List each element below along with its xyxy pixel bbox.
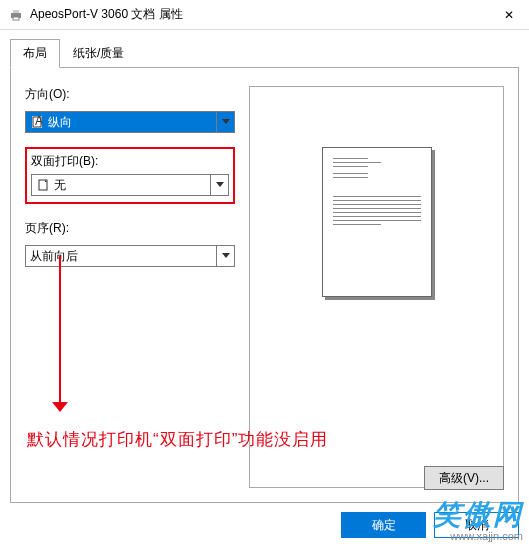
- duplex-value: 无: [54, 177, 66, 194]
- window-title: ApeosPort-V 3060 文档 属性: [30, 6, 489, 23]
- chevron-down-icon: [216, 112, 234, 132]
- close-button[interactable]: ✕: [489, 0, 529, 30]
- duplex-highlight-box: 双面打印(B): 无: [25, 147, 235, 204]
- order-label: 页序(R):: [25, 220, 235, 237]
- duplex-label: 双面打印(B):: [31, 153, 229, 170]
- printer-icon: [8, 7, 24, 23]
- svg-rect-1: [13, 10, 19, 13]
- advanced-button[interactable]: 高级(V)...: [424, 466, 504, 490]
- page-preview: [322, 147, 432, 297]
- order-combo[interactable]: 从前向后: [25, 245, 235, 267]
- order-value: 从前向后: [30, 248, 78, 265]
- annotation-arrow: [59, 256, 61, 406]
- svg-text:A: A: [35, 116, 42, 128]
- cancel-button[interactable]: 取消: [434, 512, 519, 538]
- orientation-label: 方向(O):: [25, 86, 235, 103]
- page-icon: [36, 179, 50, 191]
- close-icon: ✕: [504, 8, 514, 22]
- orientation-combo[interactable]: A 纵向: [25, 111, 235, 133]
- chevron-down-icon: [216, 246, 234, 266]
- portrait-icon: A: [30, 116, 44, 128]
- tab-paper-quality[interactable]: 纸张/质量: [60, 39, 137, 68]
- duplex-combo[interactable]: 无: [31, 174, 229, 196]
- tab-strip: 布局 纸张/质量: [10, 38, 519, 68]
- layout-panel: 方向(O): A 纵向 双面打印(B): 无: [10, 68, 519, 503]
- dialog-footer: 确定 取消: [341, 512, 519, 538]
- ok-button[interactable]: 确定: [341, 512, 426, 538]
- chevron-down-icon: [210, 175, 228, 195]
- tab-layout[interactable]: 布局: [10, 39, 60, 68]
- annotation-arrowhead: [52, 402, 68, 412]
- svg-rect-2: [13, 17, 19, 20]
- orientation-value: 纵向: [48, 114, 72, 131]
- title-bar: ApeosPort-V 3060 文档 属性 ✕: [0, 0, 529, 30]
- annotation-text: 默认情况打印机“双面打印”功能没启用: [27, 428, 328, 451]
